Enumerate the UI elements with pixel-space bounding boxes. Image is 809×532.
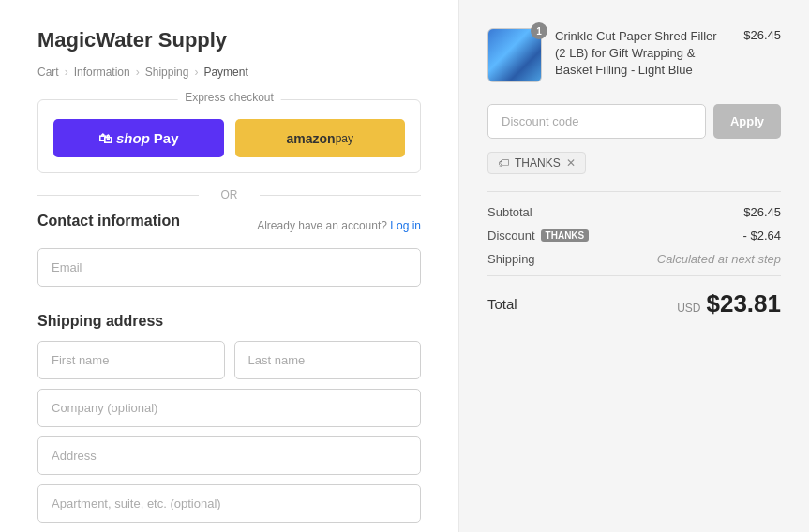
left-panel: MagicWater Supply Cart › Information › S… [0, 0, 459, 532]
apt-field[interactable] [37, 484, 421, 523]
express-checkout-buttons: 🛍 shop Pay amazon pay [53, 119, 405, 157]
amazonpay-button[interactable]: amazon pay [235, 119, 406, 157]
discount-label: Discount THANKS [487, 229, 589, 243]
express-checkout-section: Express checkout 🛍 shop Pay amazon pay [37, 99, 421, 173]
last-name-field[interactable] [234, 341, 422, 379]
shoppay-pay: Pay [154, 130, 179, 146]
total-value-wrap: USD $23.81 [677, 289, 781, 318]
shipping-value: Calculated at next step [657, 252, 781, 266]
discount-row: Apply [487, 104, 781, 139]
subtotal-line: Subtotal $26.45 [487, 205, 781, 219]
breadcrumb-sep-1: › [65, 66, 68, 79]
breadcrumb: Cart › Information › Shipping › Payment [37, 66, 421, 79]
breadcrumb-information[interactable]: Information [74, 66, 130, 79]
discount-label-text: Discount [487, 229, 535, 243]
amazon-pay-text: pay [336, 132, 353, 145]
product-image-wrap: 1 [487, 28, 542, 82]
amazon-logo: amazon [287, 131, 336, 146]
express-checkout-label: Express checkout [177, 91, 281, 104]
total-currency: USD [677, 302, 700, 315]
discount-tag-label: THANKS [515, 156, 561, 170]
store-name: MagicWater Supply [37, 28, 421, 52]
product-name: Crinkle Cut Paper Shred Filler (2 LB) fo… [555, 28, 730, 80]
total-label: Total [487, 296, 517, 312]
contact-header: Contact information Already have an acco… [37, 213, 421, 239]
total-value: $23.81 [706, 289, 781, 318]
shoppay-label: shop [116, 130, 150, 146]
product-quantity-badge: 1 [531, 22, 547, 39]
first-name-field[interactable] [37, 341, 225, 379]
shipping-line: Shipping Calculated at next step [487, 252, 781, 266]
address-field[interactable] [37, 436, 421, 475]
shipping-title: Shipping address [37, 313, 421, 330]
discount-tag-remove[interactable]: ✕ [566, 156, 576, 170]
summary-lines: Subtotal $26.45 Discount THANKS - $2.64 … [487, 191, 781, 266]
product-row: 1 Crinkle Cut Paper Shred Filler (2 LB) … [487, 28, 781, 83]
discount-line: Discount THANKS - $2.64 [487, 229, 781, 243]
or-divider: OR [37, 188, 421, 201]
product-price: $26.45 [743, 28, 781, 42]
apply-button[interactable]: Apply [713, 104, 781, 139]
already-account: Already have an account? Log in [257, 219, 421, 232]
already-text: Already have an account? [257, 219, 387, 232]
discount-tag: 🏷 THANKS ✕ [487, 152, 586, 174]
breadcrumb-cart[interactable]: Cart [37, 66, 59, 79]
shipping-label: Shipping [487, 252, 535, 266]
breadcrumb-sep-2: › [136, 66, 140, 79]
contact-title: Contact information [37, 213, 180, 229]
email-field[interactable] [37, 248, 421, 287]
shoppay-icon: 🛍 [98, 130, 112, 146]
subtotal-value: $26.45 [743, 205, 781, 219]
shoppay-button[interactable]: 🛍 shop Pay [53, 119, 224, 157]
total-line: Total USD $23.81 [487, 275, 781, 318]
login-link[interactable]: Log in [390, 219, 421, 232]
discount-code-badge: THANKS [541, 229, 590, 242]
or-text: OR [221, 188, 238, 201]
tag-icon: 🏷 [498, 156, 509, 170]
product-info: Crinkle Cut Paper Shred Filler (2 LB) fo… [555, 28, 730, 83]
breadcrumb-payment: Payment [203, 66, 247, 79]
subtotal-label: Subtotal [487, 205, 532, 219]
right-panel: 1 Crinkle Cut Paper Shred Filler (2 LB) … [459, 0, 809, 532]
company-field[interactable] [37, 389, 421, 427]
breadcrumb-shipping[interactable]: Shipping [145, 66, 189, 79]
breadcrumb-sep-3: › [194, 66, 198, 79]
name-row [37, 341, 421, 379]
discount-value: - $2.64 [743, 229, 781, 243]
discount-input[interactable] [487, 104, 706, 139]
